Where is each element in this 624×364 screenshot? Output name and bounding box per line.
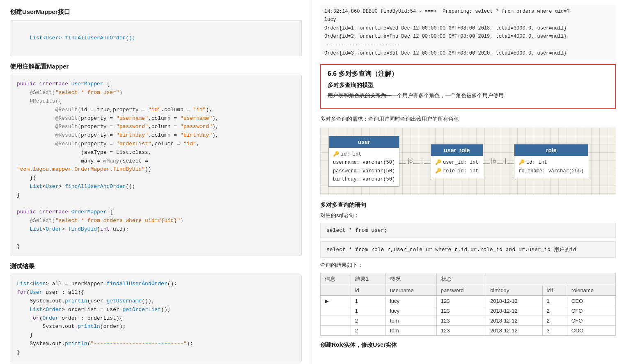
db-table-user-body: 🔑 id: int username: varchar(50) password… — [329, 148, 399, 186]
model-desc-strike: 用户表和角色表的关系为， — [328, 92, 392, 98]
table-cell — [321, 316, 351, 326]
th-info: 信息 — [321, 273, 351, 285]
bottom-title: 创建Role实体，修改User实体 — [320, 341, 616, 349]
table-cell: 3 — [542, 326, 567, 336]
section-heading-66: 6.6 多对多查询（注解） — [328, 70, 608, 78]
table-cell: 1 — [542, 296, 567, 306]
code1-text: List<User> findAllUserAndOrder(); — [30, 35, 135, 41]
result-table: 信息 结果1 概况 状态 id username password birthd… — [320, 273, 616, 336]
table-col-header: id username password birthday id1 rolena… — [321, 285, 616, 296]
table-row: 2tom1232018-12-123COO — [321, 326, 616, 336]
table-cell: 2 — [542, 316, 567, 326]
db-table-role-header: role — [514, 144, 587, 156]
table-cell — [321, 306, 351, 316]
th-status: 状态 — [436, 273, 486, 285]
sql-title: 多对多查询的语句 — [320, 201, 616, 209]
model-desc: 用户表和角色表的关系为，一个用户有多个角色，一个角色被多个用户使用 — [328, 92, 608, 100]
result-title: 查询的结果如下： — [320, 261, 616, 270]
table-cell: 2018-12-12 — [486, 316, 542, 326]
th-empty — [486, 273, 616, 285]
db-table-role: role 🔑 id: int rolename: varchar(255) — [514, 144, 588, 178]
sql-desc: 对应的sql语句： — [320, 211, 616, 220]
sql-block-1: select * from user; — [320, 223, 616, 238]
db-table-user-header: user — [329, 136, 399, 148]
table-cell: tom — [385, 326, 436, 336]
section1-title: 创建UserMapper接口 — [10, 8, 302, 16]
table-cell: 123 — [436, 326, 486, 336]
table-cell: 1 — [351, 296, 385, 306]
section3-title: 测试结果 — [10, 263, 302, 270]
connector-1: ⎯⎯┤○⎯⎯├⎯⎯ — [399, 158, 431, 164]
table-row: ▶1lucy1232018-12-121CEO — [321, 296, 616, 306]
left-panel: 创建UserMapper接口 List<User> findAllUserAnd… — [0, 0, 312, 364]
table-cell: 2 — [351, 326, 385, 336]
db-table-user-role-header: user_role — [431, 144, 482, 156]
table-cell: 2018-12-12 — [486, 296, 542, 306]
table-cell: CEO — [567, 296, 615, 306]
model-title: 多对多查询的模型 — [328, 82, 608, 89]
table-cell: 123 — [436, 316, 486, 326]
debug-output: 14:32:14,860 DEBUG findByUid:54 - ===> P… — [320, 5, 616, 60]
right-panel: 14:32:14,860 DEBUG findByUid:54 - ===> P… — [312, 0, 624, 364]
table-cell: COO — [567, 326, 615, 336]
sql-block-2: select * from role r,user_role ur where … — [320, 241, 616, 258]
table-row: 1lucy1232018-12-122CFO — [321, 306, 616, 316]
th-rolename: rolename — [567, 285, 615, 296]
th-result1: 结果1 — [351, 273, 385, 285]
table-cell: CFO — [567, 306, 615, 316]
table-cell: tom — [385, 316, 436, 326]
db-table-user-role: user_role 🔑 user_id: int 🔑 role_id: int — [431, 144, 483, 178]
th-id: id — [351, 285, 385, 296]
code-block-2: public interface UserMapper { @Select("s… — [10, 75, 302, 256]
db-diagram: user 🔑 id: int username: varchar(50) pas… — [320, 128, 616, 195]
th-id1: id1 — [542, 285, 567, 296]
model-desc-normal: 一个用户有多个角色，一个角色被多个用户使用 — [392, 92, 504, 98]
db-table-user: user 🔑 id: int username: varchar(50) pas… — [328, 136, 399, 187]
table-cell: ▶ — [321, 296, 351, 306]
table-cell — [321, 326, 351, 336]
table-cell: 2 — [542, 306, 567, 316]
table-row: 2tom1232018-12-122CFO — [321, 316, 616, 326]
query-need: 多对多查询的需求：查询用户同时查询出该用户的所有角色 — [320, 115, 616, 124]
table-cell: 1 — [351, 306, 385, 316]
th-username: username — [385, 285, 436, 296]
th-password: password — [436, 285, 486, 296]
code-block-1: List<User> findAllUserAndOrder(); — [10, 20, 302, 56]
table-cell: CFO — [567, 316, 615, 326]
section2-title: 使用注解配置Mapper — [10, 63, 302, 71]
table-cell: 2 — [351, 316, 385, 326]
code-block-3: List<User> all = userMapper.findAllUserA… — [10, 275, 302, 362]
table-cell: 2018-12-12 — [486, 306, 542, 316]
th-overview: 概况 — [385, 273, 436, 285]
table-cell: 123 — [436, 296, 486, 306]
th-indicator — [321, 285, 351, 296]
th-birthday: birthday — [486, 285, 542, 296]
table-cell: 2018-12-12 — [486, 326, 542, 336]
section-box-66: 6.6 多对多查询（注解） 多对多查询的模型 用户表和角色表的关系为，一个用户有… — [320, 64, 616, 109]
table-meta-header: 信息 结果1 概况 状态 — [321, 273, 616, 285]
table-cell: 123 — [436, 306, 486, 316]
connector-2: ⎯⎯┤○⎯⎯├⎯⎯ — [483, 158, 514, 164]
table-cell: lucy — [385, 296, 436, 306]
db-table-user-role-body: 🔑 user_id: int 🔑 role_id: int — [431, 156, 482, 178]
db-table-role-body: 🔑 id: int rolename: varchar(255) — [514, 156, 587, 178]
table-cell: lucy — [385, 306, 436, 316]
